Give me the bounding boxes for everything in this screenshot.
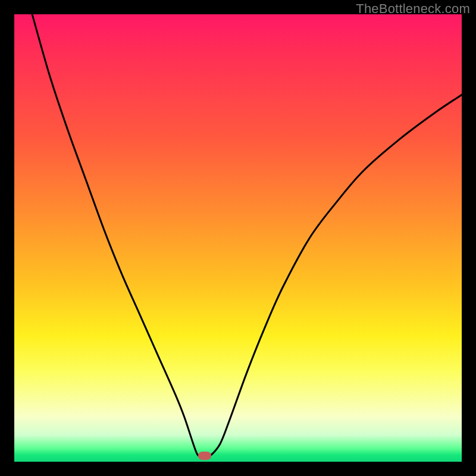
curve-svg (14, 14, 462, 462)
bottleneck-curve (32, 14, 462, 456)
chart-frame: TheBottleneck.com (0, 0, 476, 476)
plot-area (14, 14, 462, 462)
minimum-marker (198, 452, 211, 460)
